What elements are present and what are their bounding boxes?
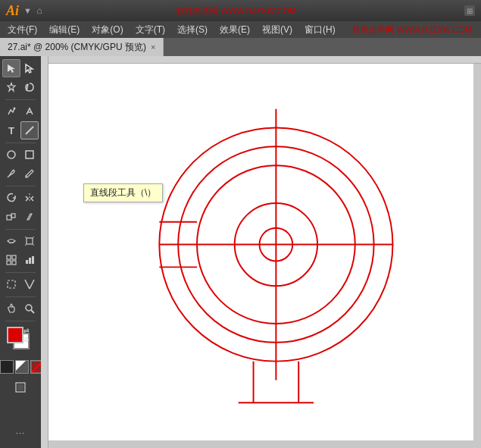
tab-bar: 27.ai* @ 200% (CMYK/GPU 预览) ×: [0, 38, 481, 56]
artboard-tool[interactable]: [2, 275, 20, 293]
svg-line-4: [26, 127, 33, 134]
svg-rect-19: [26, 260, 28, 264]
menu-home-icon: ⌂: [37, 5, 42, 16]
line-segment-tool[interactable]: [20, 121, 39, 139]
separator-4: [5, 229, 36, 230]
menu-object[interactable]: 对象(O): [86, 22, 129, 38]
window-controls: ⊞: [464, 5, 475, 16]
svg-line-14: [33, 244, 34, 246]
swap-colors-icon[interactable]: ⇄: [23, 327, 30, 334]
main-area: T: [0, 56, 481, 448]
tool-row-shape: [1, 146, 40, 164]
chart-tool[interactable]: [20, 251, 39, 269]
menu-edit[interactable]: 编辑(E): [43, 22, 86, 38]
tool-row-warp: [1, 78, 40, 96]
svg-line-11: [25, 237, 27, 238]
none-color-icon[interactable]: ⊘: [23, 336, 30, 343]
svg-rect-10: [27, 238, 33, 244]
svg-point-2: [14, 108, 16, 110]
svg-rect-9: [11, 214, 15, 218]
ellipse-tool[interactable]: [2, 146, 20, 164]
rect-tool[interactable]: [20, 146, 39, 164]
zoom-tool[interactable]: [20, 299, 39, 318]
tool-row-symbol: [1, 251, 40, 269]
menu-select[interactable]: 选择(S): [171, 22, 214, 38]
lasso-tool[interactable]: [20, 78, 39, 96]
free-transform-tool[interactable]: [20, 232, 39, 250]
symbol-tool[interactable]: [2, 251, 20, 269]
separator-5: [5, 272, 36, 273]
tool-row-scale: [1, 208, 40, 226]
tool-row-path: [1, 164, 40, 183]
svg-point-5: [8, 151, 15, 158]
width-tool[interactable]: [2, 232, 20, 250]
tool-row-select: [1, 59, 40, 77]
svg-rect-22: [8, 280, 15, 288]
ruler-horizontal: [41, 56, 481, 64]
pencil-tool[interactable]: [20, 164, 39, 183]
active-tab[interactable]: 27.ai* @ 200% (CMYK/GPU 预览) ×: [0, 38, 164, 56]
separator-7: [5, 321, 36, 321]
svg-rect-18: [12, 261, 16, 265]
svg-line-13: [25, 244, 27, 246]
menu-window[interactable]: 窗口(H): [298, 22, 342, 38]
tab-label: 27.ai* @ 200% (CMYK/GPU 预览): [8, 41, 146, 54]
separator-1: [5, 99, 36, 100]
watermark-menu: 软件自学网 WWW.RJZXW.COM: [352, 24, 479, 36]
menu-view[interactable]: 视图(V): [256, 22, 298, 38]
menu-effect[interactable]: 效果(E): [214, 22, 256, 38]
title-bar: Ai ▼ ⌂ 软件自学网 WWW.RJZXW.COM ⊞: [0, 0, 481, 21]
drawing-canvas: [48, 64, 473, 440]
rotate-tool[interactable]: [2, 189, 20, 207]
add-anchor-tool[interactable]: [20, 102, 39, 121]
screen-mode-row: [1, 378, 40, 396]
menu-text[interactable]: 文字(T): [130, 22, 171, 38]
canvas-background[interactable]: [48, 64, 473, 440]
separator-2: [5, 143, 36, 143]
scale-tool[interactable]: [2, 208, 20, 226]
color-swatches: ⇄ ⊘: [1, 325, 40, 359]
svg-rect-21: [32, 256, 34, 264]
normal-mode-swatch[interactable]: [0, 360, 14, 374]
menu-bar: 文件(F) 编辑(E) 对象(O) 文字(T) 选择(S) 效果(E) 视图(V…: [0, 21, 481, 38]
hand-tool[interactable]: [2, 299, 20, 318]
slice-tool[interactable]: [20, 275, 39, 293]
selection-tool[interactable]: [2, 59, 20, 77]
svg-line-26: [31, 310, 34, 313]
svg-rect-6: [26, 151, 33, 158]
tool-row-pen: [1, 102, 40, 121]
watermark-text: 软件自学网 WWW.RJZXW.COM: [176, 5, 302, 17]
toolbar: T: [0, 56, 41, 448]
tab-close-button[interactable]: ×: [151, 42, 155, 52]
tool-row-rotate: [1, 189, 40, 207]
title-bar-spacer: ▼: [23, 6, 32, 15]
tool-row-artboard: [1, 275, 40, 293]
more-tools-row: ···: [1, 424, 40, 442]
gradient-swatch[interactable]: [15, 360, 29, 374]
canvas-area: 直线段工具（\）: [41, 56, 481, 448]
svg-rect-17: [7, 261, 11, 265]
fill-swatch[interactable]: [7, 327, 23, 343]
shear-tool[interactable]: [20, 208, 39, 226]
svg-line-23: [25, 280, 30, 289]
svg-rect-30: [17, 384, 23, 390]
paintbrush-tool[interactable]: [2, 164, 20, 183]
color-mode-row: [0, 360, 44, 374]
tool-row-hand: [1, 299, 40, 318]
tool-row-type: T: [1, 121, 40, 139]
type-tool[interactable]: T: [2, 121, 20, 139]
screen-mode-button[interactable]: [11, 378, 30, 396]
tool-row-wand2: [1, 232, 40, 250]
more-tools-button[interactable]: ···: [11, 424, 30, 442]
svg-rect-15: [7, 255, 11, 259]
menu-file[interactable]: 文件(F): [2, 22, 43, 38]
pen-tool[interactable]: [2, 102, 20, 121]
reflect-tool[interactable]: [20, 189, 39, 207]
magic-wand-tool[interactable]: [2, 78, 20, 96]
technical-drawing: [159, 109, 392, 403]
app-logo: Ai: [6, 3, 19, 19]
svg-marker-0: [8, 83, 15, 91]
svg-rect-20: [29, 258, 31, 264]
grid-view-btn[interactable]: ⊞: [464, 5, 475, 16]
direct-selection-tool[interactable]: [20, 59, 39, 77]
